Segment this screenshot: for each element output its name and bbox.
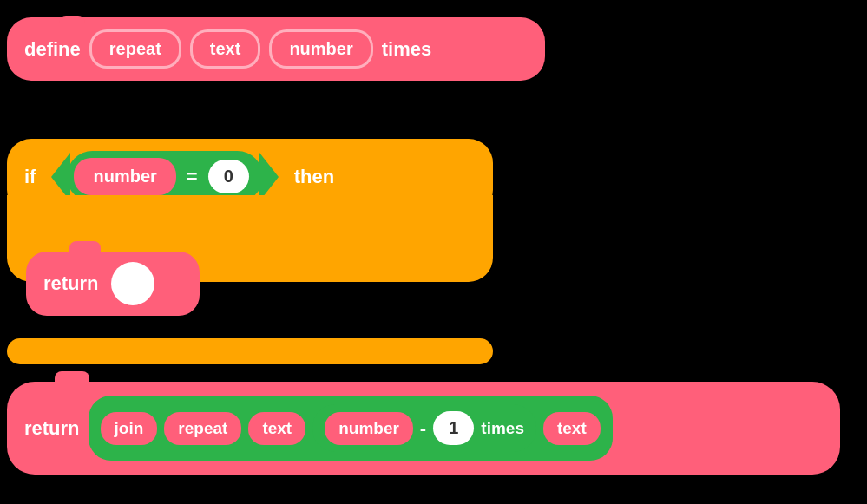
then-label: then xyxy=(294,166,334,188)
value-zero[interactable]: 0 xyxy=(208,160,249,193)
if-label: if xyxy=(24,166,36,188)
inner-sub-block[interactable]: number - 1 times xyxy=(312,404,536,452)
repeat-pill[interactable]: repeat xyxy=(89,29,181,69)
block-if-end xyxy=(7,338,493,364)
block-define[interactable]: define repeat text number times xyxy=(7,17,545,81)
text-pill-bottom-2[interactable]: text xyxy=(543,412,601,445)
block-return-inner[interactable]: return xyxy=(26,252,200,316)
condition-number-pill[interactable]: number xyxy=(74,158,175,195)
minus-sign: - xyxy=(420,417,426,440)
text-pill-1[interactable]: text xyxy=(190,29,261,69)
return-inner-label: return xyxy=(43,272,99,295)
equals-sign: = xyxy=(183,166,201,188)
join-label[interactable]: join xyxy=(101,412,158,445)
text-pill-bottom[interactable]: text xyxy=(248,412,305,445)
block-return-bottom[interactable]: return join repeat text number - 1 times… xyxy=(7,382,840,475)
repeat-pill-bottom[interactable]: repeat xyxy=(164,412,241,445)
empty-circle xyxy=(111,262,154,305)
times-pill-bottom: times xyxy=(481,419,524,438)
number-pill-bottom[interactable]: number xyxy=(325,412,413,445)
number-pill[interactable]: number xyxy=(269,29,372,69)
value-one[interactable]: 1 xyxy=(433,411,474,445)
join-block[interactable]: join repeat text number - 1 times text xyxy=(89,396,613,461)
times-label: times xyxy=(382,38,431,61)
canvas: define repeat text number times if numbe… xyxy=(0,0,867,504)
return-bottom-label: return xyxy=(24,417,80,440)
define-label: define xyxy=(24,38,81,61)
